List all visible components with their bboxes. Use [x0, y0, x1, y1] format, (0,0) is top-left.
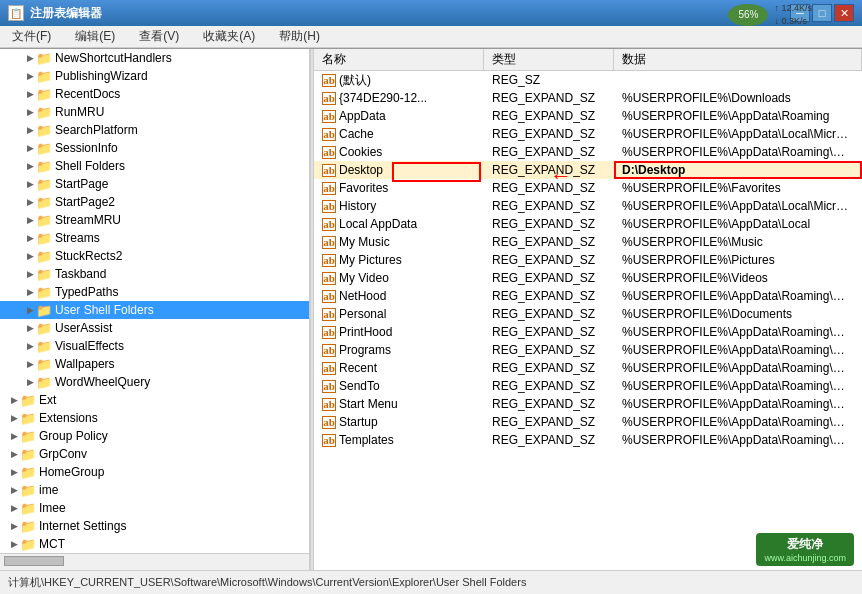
- tree-item-label: Ext: [39, 393, 56, 407]
- registry-row[interactable]: abPersonalREG_EXPAND_SZ%USERPROFILE%\Doc…: [314, 305, 862, 323]
- reg-name-text: AppData: [339, 109, 386, 123]
- reg-cell-name: abSendTo: [314, 378, 484, 394]
- tree-panel[interactable]: ▶📁NewShortcutHandlers▶📁PublishingWizard▶…: [0, 49, 310, 553]
- reg-name-text: SendTo: [339, 379, 380, 393]
- tree-arrow-icon: ▶: [24, 179, 36, 189]
- tree-item[interactable]: ▶📁Extensions: [0, 409, 309, 427]
- tree-arrow-icon: ▶: [24, 107, 36, 117]
- tree-panel-wrapper: ▶📁NewShortcutHandlers▶📁PublishingWizard▶…: [0, 49, 310, 570]
- tree-item[interactable]: ▶📁User Shell Folders: [0, 301, 309, 319]
- folder-icon: 📁: [36, 267, 52, 282]
- tree-item[interactable]: ▶📁Internet Settings: [0, 517, 309, 535]
- registry-row[interactable]: abMy PicturesREG_EXPAND_SZ%USERPROFILE%\…: [314, 251, 862, 269]
- registry-row[interactable]: abStart MenuREG_EXPAND_SZ%USERPROFILE%\A…: [314, 395, 862, 413]
- tree-item[interactable]: ▶📁StartPage: [0, 175, 309, 193]
- tree-item[interactable]: ▶📁NewShortcutHandlers: [0, 49, 309, 67]
- folder-icon: 📁: [36, 87, 52, 102]
- registry-row[interactable]: ab{374DE290-12...REG_EXPAND_SZ%USERPROFI…: [314, 89, 862, 107]
- registry-row[interactable]: abLocal AppDataREG_EXPAND_SZ%USERPROFILE…: [314, 215, 862, 233]
- menu-favorites[interactable]: 收藏夹(A): [199, 27, 259, 46]
- registry-row[interactable]: abMy MusicREG_EXPAND_SZ%USERPROFILE%\Mus…: [314, 233, 862, 251]
- tree-item[interactable]: ▶📁Ext: [0, 391, 309, 409]
- reg-cell-name: abStart Menu: [314, 396, 484, 412]
- reg-type-icon: ab: [322, 164, 336, 177]
- reg-name-text: Desktop: [339, 163, 383, 177]
- tree-item[interactable]: ▶📁UserAssist: [0, 319, 309, 337]
- folder-icon: 📁: [36, 231, 52, 246]
- col-header-type[interactable]: 类型: [484, 49, 614, 70]
- network-circle: 56%: [728, 4, 768, 26]
- hscroll-thumb[interactable]: [4, 556, 64, 566]
- tree-item[interactable]: ▶📁HomeGroup: [0, 463, 309, 481]
- tree-item[interactable]: ▶📁Group Policy: [0, 427, 309, 445]
- menu-view[interactable]: 查看(V): [135, 27, 183, 46]
- registry-row[interactable]: ab(默认)REG_SZ: [314, 71, 862, 89]
- maximize-button[interactable]: □: [812, 4, 832, 22]
- tree-item[interactable]: ▶📁RecentDocs: [0, 85, 309, 103]
- tree-item[interactable]: ▶📁PublishingWizard: [0, 67, 309, 85]
- tree-hscroll[interactable]: [0, 553, 309, 567]
- registry-row[interactable]: abMy VideoREG_EXPAND_SZ%USERPROFILE%\Vid…: [314, 269, 862, 287]
- menu-file[interactable]: 文件(F): [8, 27, 55, 46]
- registry-row[interactable]: abDesktopREG_EXPAND_SZD:\Desktop: [314, 161, 862, 179]
- reg-cell-data: %USERPROFILE%\AppData\Roaming\Microso...: [614, 378, 862, 394]
- tree-item[interactable]: ▶📁SearchPlatform: [0, 121, 309, 139]
- tree-item[interactable]: ▶📁WordWheelQuery: [0, 373, 309, 391]
- tree-item[interactable]: ▶📁VisualEffects: [0, 337, 309, 355]
- reg-cell-type: REG_EXPAND_SZ: [484, 198, 614, 214]
- tree-item-label: RecentDocs: [55, 87, 120, 101]
- folder-icon: 📁: [36, 159, 52, 174]
- registry-row[interactable]: abHistoryREG_EXPAND_SZ%USERPROFILE%\AppD…: [314, 197, 862, 215]
- menu-edit[interactable]: 编辑(E): [71, 27, 119, 46]
- registry-row[interactable]: abStartupREG_EXPAND_SZ%USERPROFILE%\AppD…: [314, 413, 862, 431]
- tree-item-label: NewShortcutHandlers: [55, 51, 172, 65]
- tree-arrow-icon: ▶: [24, 161, 36, 171]
- col-header-data[interactable]: 数据: [614, 49, 862, 70]
- tree-item[interactable]: ▶📁GrpConv: [0, 445, 309, 463]
- tree-item[interactable]: ▶📁Shell Folders: [0, 157, 309, 175]
- registry-row[interactable]: abAppDataREG_EXPAND_SZ%USERPROFILE%\AppD…: [314, 107, 862, 125]
- tree-item[interactable]: ▶📁MCT: [0, 535, 309, 553]
- menu-help[interactable]: 帮助(H): [275, 27, 324, 46]
- registry-row[interactable]: abCookiesREG_EXPAND_SZ%USERPROFILE%\AppD…: [314, 143, 862, 161]
- registry-row[interactable]: abCacheREG_EXPAND_SZ%USERPROFILE%\AppDat…: [314, 125, 862, 143]
- reg-type-icon: ab: [322, 146, 336, 159]
- tree-item[interactable]: ▶📁StuckRects2: [0, 247, 309, 265]
- folder-icon: 📁: [20, 501, 36, 516]
- tree-item[interactable]: ▶📁SessionInfo: [0, 139, 309, 157]
- tree-item[interactable]: ▶📁TypedPaths: [0, 283, 309, 301]
- tree-item[interactable]: ▶📁Imee: [0, 499, 309, 517]
- folder-icon: 📁: [36, 321, 52, 336]
- tree-arrow-icon: ▶: [24, 323, 36, 333]
- reg-name-text: PrintHood: [339, 325, 392, 339]
- registry-row[interactable]: abSendToREG_EXPAND_SZ%USERPROFILE%\AppDa…: [314, 377, 862, 395]
- tree-arrow-icon: ▶: [24, 359, 36, 369]
- registry-row[interactable]: abNetHoodREG_EXPAND_SZ%USERPROFILE%\AppD…: [314, 287, 862, 305]
- reg-cell-type: REG_EXPAND_SZ: [484, 108, 614, 124]
- folder-icon: 📁: [36, 249, 52, 264]
- tree-item[interactable]: ▶📁Taskband: [0, 265, 309, 283]
- registry-row[interactable]: abRecentREG_EXPAND_SZ%USERPROFILE%\AppDa…: [314, 359, 862, 377]
- col-header-name[interactable]: 名称: [314, 49, 484, 70]
- reg-cell-name: ab(默认): [314, 71, 484, 90]
- tree-item[interactable]: ▶📁Wallpapers: [0, 355, 309, 373]
- reg-cell-data: %USERPROFILE%\AppData\Roaming\Microso...: [614, 396, 862, 412]
- tree-item[interactable]: ▶📁StartPage2: [0, 193, 309, 211]
- registry-row[interactable]: abPrintHoodREG_EXPAND_SZ%USERPROFILE%\Ap…: [314, 323, 862, 341]
- tree-item[interactable]: ▶📁ime: [0, 481, 309, 499]
- tree-item[interactable]: ▶📁RunMRU: [0, 103, 309, 121]
- reg-cell-name: abTemplates: [314, 432, 484, 448]
- tree-item[interactable]: ▶📁Streams: [0, 229, 309, 247]
- tree-item[interactable]: ▶📁StreamMRU: [0, 211, 309, 229]
- close-button[interactable]: ✕: [834, 4, 854, 22]
- tree-item-label: Internet Settings: [39, 519, 126, 533]
- values-panel[interactable]: 名称 类型 数据 ab(默认)REG_SZab{374DE290-12...RE…: [314, 49, 862, 570]
- registry-row[interactable]: abTemplatesREG_EXPAND_SZ%USERPROFILE%\Ap…: [314, 431, 862, 449]
- reg-cell-name: abMy Pictures: [314, 252, 484, 268]
- tree-arrow-icon: ▶: [24, 89, 36, 99]
- folder-icon: 📁: [20, 447, 36, 462]
- registry-row[interactable]: abFavoritesREG_EXPAND_SZ%USERPROFILE%\Fa…: [314, 179, 862, 197]
- registry-row[interactable]: abProgramsREG_EXPAND_SZ%USERPROFILE%\App…: [314, 341, 862, 359]
- reg-cell-type: REG_EXPAND_SZ: [484, 216, 614, 232]
- reg-cell-name: abDesktop: [314, 162, 484, 178]
